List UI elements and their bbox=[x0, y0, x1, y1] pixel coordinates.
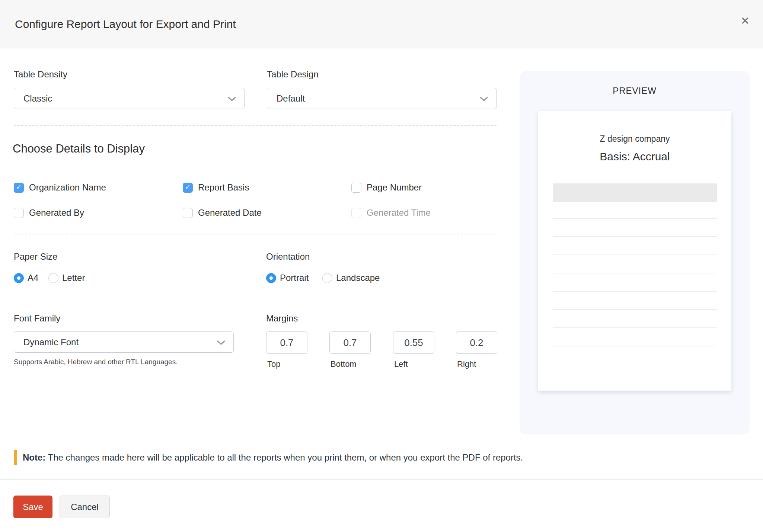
table-design-value: Default bbox=[277, 93, 480, 104]
radio-label: Portrait bbox=[280, 273, 309, 283]
checkbox-label: Generated Time bbox=[367, 208, 431, 218]
checkbox-report-basis[interactable]: ✓ Report Basis bbox=[183, 182, 249, 193]
radio-orientation-landscape[interactable]: Landscape bbox=[322, 272, 380, 284]
paper-size-label: Paper Size bbox=[14, 251, 57, 262]
font-family-helper-text: Supports Arabic, Hebrew and other RTL La… bbox=[14, 358, 178, 366]
preview-line bbox=[553, 327, 717, 328]
orientation-label: Orientation bbox=[266, 251, 310, 262]
preview-panel: PREVIEW Z design company Basis: Accrual bbox=[520, 71, 750, 435]
dialog-title: Configure Report Layout for Export and P… bbox=[15, 18, 236, 31]
preview-line bbox=[553, 346, 717, 346]
font-family-select[interactable]: Dynamic Font bbox=[14, 331, 234, 353]
preview-line bbox=[553, 291, 717, 292]
checkbox-label: Report Basis bbox=[198, 182, 249, 193]
checkbox-organization-name[interactable]: ✓ Organization Name bbox=[14, 182, 106, 193]
section-divider bbox=[14, 125, 497, 126]
checkbox-box: ✓ bbox=[351, 183, 361, 193]
note: Note: The changes made here will be appl… bbox=[14, 450, 748, 465]
configure-report-layout-dialog: Configure Report Layout for Export and P… bbox=[0, 0, 763, 532]
margin-right-input[interactable] bbox=[456, 331, 497, 354]
radio-paper-letter[interactable]: Letter bbox=[48, 272, 85, 284]
table-density-select[interactable]: Classic bbox=[14, 88, 245, 109]
checkbox-box: ✓ bbox=[14, 208, 24, 218]
margin-bottom-input[interactable] bbox=[329, 331, 371, 354]
radio-label: A4 bbox=[28, 273, 38, 283]
preview-paper: Z design company Basis: Accrual bbox=[538, 111, 731, 391]
chevron-down-icon bbox=[228, 93, 236, 104]
check-icon: ✓ bbox=[16, 184, 22, 190]
checkbox-label: Organization Name bbox=[29, 182, 106, 193]
checkbox-generated-by[interactable]: ✓ Generated By bbox=[14, 207, 84, 219]
preview-line bbox=[553, 236, 717, 237]
radio-circle bbox=[322, 273, 332, 283]
margin-left-label: Left bbox=[394, 359, 408, 369]
margin-top-label: Top bbox=[267, 359, 280, 369]
checkbox-label: Generated Date bbox=[198, 208, 262, 218]
checkbox-label: Page Number bbox=[367, 182, 422, 193]
checkbox-generated-time: ✓ Generated Time bbox=[351, 207, 431, 219]
preview-heading: PREVIEW bbox=[520, 86, 750, 96]
margins-label: Margins bbox=[266, 313, 298, 324]
preview-basis: Basis: Accrual bbox=[538, 150, 731, 163]
radio-circle bbox=[48, 273, 58, 283]
radio-dot bbox=[17, 276, 20, 280]
radio-label: Letter bbox=[62, 273, 85, 283]
footer-divider bbox=[0, 479, 763, 480]
note-body: The changes made here will be applicable… bbox=[48, 452, 523, 462]
preview-line bbox=[553, 273, 717, 273]
chevron-down-icon bbox=[480, 93, 488, 104]
preview-line bbox=[553, 218, 717, 219]
choose-details-heading: Choose Details to Display bbox=[13, 142, 145, 156]
cancel-button[interactable]: Cancel bbox=[60, 496, 110, 518]
checkbox-box: ✓ bbox=[183, 183, 193, 193]
check-icon: ✓ bbox=[185, 184, 191, 190]
table-density-value: Classic bbox=[23, 93, 228, 104]
radio-dot bbox=[269, 276, 273, 280]
checkbox-box: ✓ bbox=[183, 208, 193, 218]
table-design-select[interactable]: Default bbox=[267, 88, 497, 109]
table-design-label: Table Design bbox=[267, 69, 319, 80]
margin-top-input[interactable] bbox=[266, 331, 307, 354]
checkbox-generated-date[interactable]: ✓ Generated Date bbox=[183, 207, 262, 219]
radio-dot bbox=[326, 276, 329, 280]
chevron-down-icon bbox=[217, 337, 225, 347]
checkbox-box: ✓ bbox=[351, 208, 361, 218]
margin-right-label: Right bbox=[457, 359, 476, 369]
save-button[interactable]: Save bbox=[13, 496, 52, 518]
radio-label: Landscape bbox=[336, 273, 380, 283]
section-divider bbox=[14, 234, 497, 234]
checkbox-page-number[interactable]: ✓ Page Number bbox=[351, 182, 422, 193]
font-family-label: Font Family bbox=[14, 313, 60, 324]
dialog-header: Configure Report Layout for Export and P… bbox=[0, 0, 763, 48]
preview-company-name: Z design company bbox=[538, 134, 731, 144]
radio-dot bbox=[52, 276, 55, 280]
note-prefix: Note: bbox=[23, 452, 45, 462]
radio-circle bbox=[14, 273, 24, 283]
close-icon[interactable]: ✕ bbox=[737, 13, 753, 29]
radio-orientation-portrait[interactable]: Portrait bbox=[266, 272, 309, 284]
radio-paper-a4[interactable]: A4 bbox=[14, 272, 38, 284]
margin-left-input[interactable] bbox=[393, 331, 434, 354]
note-accent-bar bbox=[14, 450, 17, 465]
margin-bottom-label: Bottom bbox=[331, 359, 357, 369]
preview-line bbox=[553, 309, 717, 310]
note-text: Note: The changes made here will be appl… bbox=[23, 450, 523, 465]
preview-table-header-bar bbox=[553, 183, 717, 202]
checkbox-label: Generated By bbox=[29, 208, 84, 218]
font-family-value: Dynamic Font bbox=[23, 337, 217, 347]
radio-circle bbox=[266, 273, 276, 283]
checkbox-box: ✓ bbox=[14, 183, 24, 193]
preview-line bbox=[553, 254, 717, 255]
table-density-label: Table Density bbox=[14, 69, 67, 80]
